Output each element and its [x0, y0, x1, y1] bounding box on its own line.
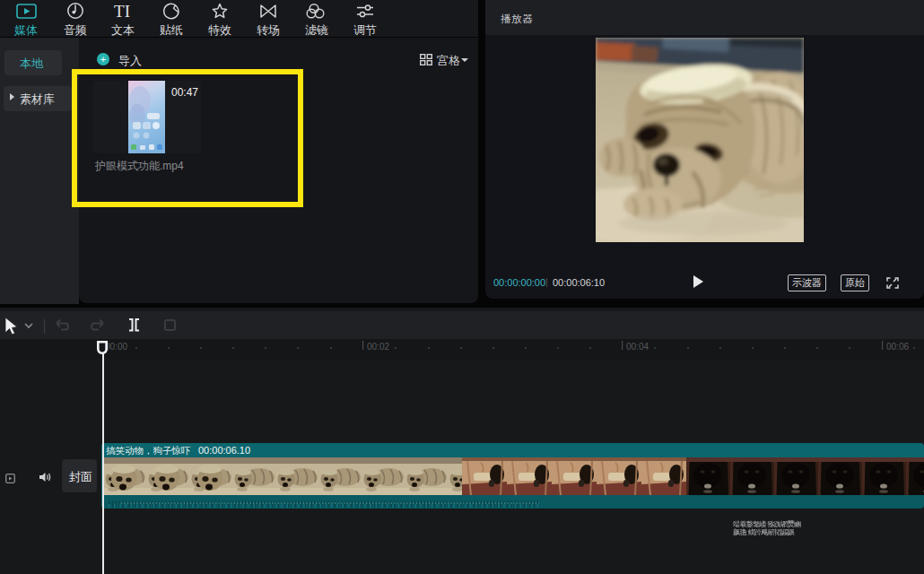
svg-text:00:04: 00:04	[626, 342, 649, 352]
svg-text:00:00:06.10: 00:00:06.10	[198, 445, 250, 456]
svg-text:搞笑动物，狗子惊吓: 搞笑动物，狗子惊吓	[106, 445, 191, 456]
svg-text:00:06: 00:06	[886, 342, 909, 352]
svg-text:TI: TI	[114, 2, 130, 21]
svg-text:00:00: 00:00	[105, 342, 127, 352]
svg-text:00:02: 00:02	[367, 342, 389, 352]
